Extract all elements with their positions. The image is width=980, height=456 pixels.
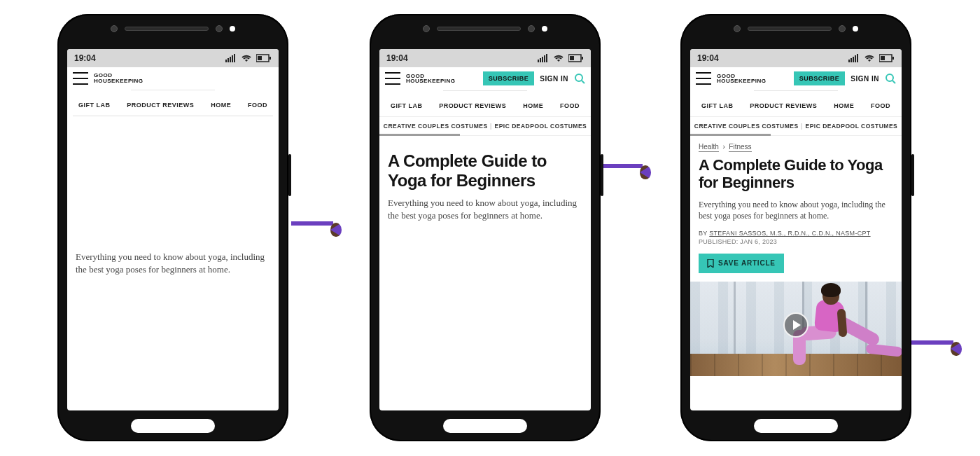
menu-icon[interactable]: [696, 72, 711, 85]
nav-item[interactable]: FOOD: [560, 102, 580, 109]
nav-primary: GIFT LAB PRODUCT REVIEWS HOME FOOD: [379, 95, 591, 116]
byline: BY STEFANI SASSOS, M.S., R.D.N., C.D.N.,…: [699, 230, 893, 237]
svg-rect-1: [227, 58, 229, 62]
signal-icon: [225, 54, 237, 62]
svg-rect-12: [546, 54, 547, 62]
status-bar: 19:04: [379, 49, 591, 67]
subscribe-button[interactable]: SUBSCRIBE: [794, 71, 846, 85]
status-time: 19:04: [386, 53, 408, 63]
nav-item[interactable]: PRODUCT REVIEWS: [750, 102, 817, 109]
wifi-icon: [241, 54, 252, 62]
nav-item[interactable]: EPIC DEADPOOL COSTUMES: [494, 123, 587, 130]
arrow-stage-2: [601, 164, 643, 168]
breadcrumb-link[interactable]: Health: [699, 143, 719, 152]
save-label: SAVE ARTICLE: [718, 259, 776, 267]
svg-point-26: [886, 74, 893, 81]
app-header: GOOD HOUSEKEEPING SUBSCRIBE SIGN IN: [379, 67, 591, 90]
publish-date: PUBLISHED: JAN 6, 2023: [699, 238, 893, 245]
article-title: A Complete Guide to Yoga for Beginners: [699, 156, 893, 192]
app-header: GOOD HOUSEKEEPING SUBSCRIBE SIGN IN: [690, 67, 902, 90]
svg-rect-25: [892, 57, 894, 60]
brand-logo[interactable]: GOOD HOUSEKEEPING: [94, 73, 143, 83]
nav-item[interactable]: PRODUCT REVIEWS: [439, 102, 506, 109]
brand-logo[interactable]: GOOD HOUSEKEEPING: [717, 74, 766, 83]
nav-item[interactable]: GIFT LAB: [78, 102, 111, 109]
article-title: A Complete Guide to Yoga for Beginners: [388, 151, 582, 190]
signin-link[interactable]: SIGN IN: [850, 75, 879, 83]
svg-line-17: [582, 81, 584, 83]
svg-rect-6: [258, 56, 262, 60]
svg-line-27: [892, 81, 895, 83]
breadcrumb: Health › Fitness: [699, 143, 893, 151]
menu-icon[interactable]: [385, 72, 400, 85]
pub-prefix: PUBLISHED:: [699, 238, 740, 245]
nav-primary: GIFT LAB PRODUCT REVIEWS HOME FOOD: [67, 95, 279, 116]
arrow-stage-3: [911, 340, 953, 345]
svg-rect-10: [542, 57, 543, 62]
article-body: A Complete Guide to Yoga for Beginners E…: [379, 136, 591, 410]
signal-icon: [538, 54, 549, 62]
nav-primary: GIFT LAB PRODUCT REVIEWS HOME FOOD: [690, 95, 902, 116]
phone-frame-2: 19:04 GOOD HOUSEKEEPING SUBSCRIBE SIGN I…: [370, 14, 601, 441]
scroll-indicator: [379, 134, 460, 136]
wifi-icon: [864, 54, 875, 62]
hero-video[interactable]: [690, 282, 902, 376]
search-icon[interactable]: [574, 73, 585, 84]
svg-rect-24: [881, 56, 885, 60]
play-icon[interactable]: [783, 312, 808, 338]
brand-logo[interactable]: GOOD HOUSEKEEPING: [406, 74, 455, 83]
nav-item[interactable]: HOME: [523, 102, 543, 109]
svg-rect-0: [225, 60, 227, 62]
scroll-indicator: [690, 134, 771, 136]
brand-line2: HOUSEKEEPING: [717, 78, 766, 83]
nav-item[interactable]: CREATIVE COUPLES COSTUMES: [384, 123, 488, 130]
svg-rect-21: [855, 55, 856, 62]
svg-rect-15: [582, 57, 583, 60]
menu-icon[interactable]: [73, 72, 88, 85]
save-article-button[interactable]: SAVE ARTICLE: [699, 254, 784, 273]
by-prefix: BY: [699, 230, 709, 237]
nav-item[interactable]: FOOD: [871, 102, 890, 109]
svg-point-16: [575, 74, 582, 81]
nav-secondary: CREATIVE COUPLES COSTUMES | EPIC DEADPOO…: [379, 116, 591, 136]
wifi-icon: [553, 54, 564, 62]
phone-frame-1: 19:04 GOOD HOUSEKEEPING GIFT LAB PRODUCT…: [57, 14, 288, 441]
nav-item[interactable]: FOOD: [248, 102, 267, 109]
battery-icon: [256, 54, 272, 62]
svg-rect-3: [232, 55, 233, 62]
article-lede: Everything you need to know about yoga, …: [699, 199, 893, 221]
app-header: GOOD HOUSEKEEPING: [67, 67, 279, 90]
nav-separator: |: [490, 123, 492, 130]
nav-item[interactable]: CREATIVE COUPLES COSTUMES: [694, 123, 799, 130]
bookmark-icon: [707, 259, 714, 268]
article-lede: Everything you need to know about yoga, …: [388, 197, 582, 221]
status-bar: 19:04: [690, 49, 902, 67]
article-body: Everything you need to know about yoga, …: [67, 116, 279, 410]
brand-line2: HOUSEKEEPING: [406, 78, 455, 83]
breadcrumb-link[interactable]: Fitness: [729, 143, 751, 152]
phone-frame-3: 19:04 GOOD HOUSEKEEPING SUBSCRIBE SIGN I…: [680, 14, 911, 441]
svg-rect-14: [570, 56, 574, 60]
search-icon[interactable]: [885, 73, 896, 84]
signin-link[interactable]: SIGN IN: [540, 75, 568, 83]
svg-rect-2: [230, 57, 231, 62]
nav-item[interactable]: HOME: [211, 102, 231, 109]
nav-item[interactable]: GIFT LAB: [701, 102, 734, 109]
arrow-stage-1: [291, 221, 333, 226]
svg-rect-19: [850, 58, 852, 62]
nav-item[interactable]: HOME: [834, 102, 854, 109]
nav-item[interactable]: EPIC DEADPOOL COSTUMES: [805, 123, 897, 130]
svg-rect-22: [857, 54, 858, 62]
nav-item[interactable]: GIFT LAB: [391, 102, 423, 109]
article-body: Health › Fitness A Complete Guide to Yog…: [690, 136, 902, 410]
svg-rect-11: [544, 55, 545, 62]
status-time: 19:04: [697, 53, 719, 63]
article-lede: Everything you need to know about yoga, …: [76, 251, 270, 275]
author-link[interactable]: STEFANI SASSOS, M.S., R.D.N., C.D.N., NA…: [709, 230, 870, 237]
brand-line2: HOUSEKEEPING: [94, 78, 143, 83]
pub-value: JAN 6, 2023: [740, 238, 777, 245]
svg-rect-7: [270, 57, 271, 60]
battery-icon: [568, 54, 584, 62]
subscribe-button[interactable]: SUBSCRIBE: [483, 71, 535, 85]
nav-item[interactable]: PRODUCT REVIEWS: [127, 102, 194, 109]
